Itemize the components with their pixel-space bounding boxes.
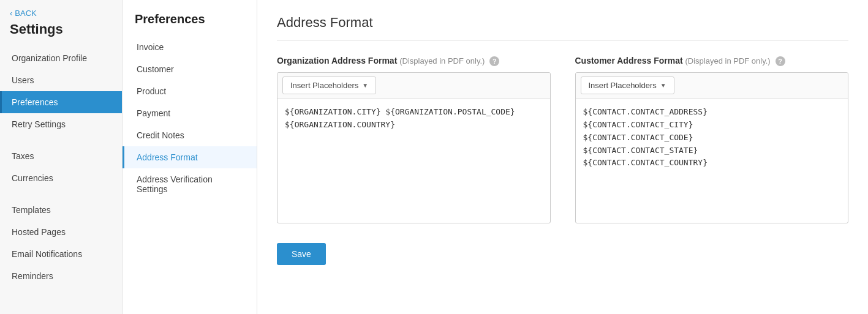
org-format-label: Organization Address Format (Displayed i… bbox=[277, 56, 551, 66]
org-format-help-icon[interactable]: ? bbox=[489, 56, 499, 66]
sidebar-item-hosted-pages[interactable]: Hosted Pages bbox=[0, 221, 122, 243]
org-dropdown-arrow-icon: ▼ bbox=[362, 82, 368, 89]
middle-nav-item-invoice[interactable]: Invoice bbox=[123, 36, 257, 58]
middle-nav-item-address-verification[interactable]: Address Verification Settings bbox=[123, 168, 257, 200]
address-formats-row: Organization Address Format (Displayed i… bbox=[277, 56, 848, 223]
org-format-textarea-wrapper: Insert Placeholders ▼ ${ORGANIZATION.CIT… bbox=[277, 72, 551, 223]
org-insert-placeholder-button[interactable]: Insert Placeholders ▼ bbox=[282, 77, 376, 94]
middle-nav-item-product[interactable]: Product bbox=[123, 80, 257, 102]
customer-insert-placeholder-btn-container: Insert Placeholders ▼ bbox=[576, 73, 848, 99]
customer-format-textarea-wrapper: Insert Placeholders ▼ ${CONTACT.CONTACT_… bbox=[575, 72, 849, 223]
sidebar-spacer-2 bbox=[0, 189, 122, 199]
customer-format-label: Customer Address Format (Displayed in PD… bbox=[575, 56, 849, 66]
sidebar-item-currencies[interactable]: Currencies bbox=[0, 167, 122, 189]
org-insert-placeholder-btn-container: Insert Placeholders ▼ bbox=[277, 73, 550, 99]
save-button[interactable]: Save bbox=[277, 243, 326, 265]
sidebar-spacer bbox=[0, 135, 122, 145]
org-format-label-sub: (Displayed in PDF only.) bbox=[399, 56, 485, 65]
sidebar-item-email-notifications[interactable]: Email Notifications bbox=[0, 243, 122, 265]
org-format-textarea[interactable]: ${ORGANIZATION.CITY} ${ORGANIZATION.POST… bbox=[277, 99, 550, 221]
sidebar-item-taxes[interactable]: Taxes bbox=[0, 145, 122, 167]
middle-nav-item-customer[interactable]: Customer bbox=[123, 58, 257, 80]
customer-format-help-icon[interactable]: ? bbox=[776, 56, 785, 66]
customer-address-format-block: Customer Address Format (Displayed in PD… bbox=[575, 56, 849, 223]
customer-dropdown-arrow-icon: ▼ bbox=[660, 82, 666, 89]
customer-format-textarea[interactable]: ${CONTACT.CONTACT_ADDRESS} ${CONTACT.CON… bbox=[576, 99, 848, 221]
middle-nav-item-payment[interactable]: Payment bbox=[123, 102, 257, 124]
back-arrow-icon: ‹ bbox=[10, 9, 12, 18]
middle-nav-title: Preferences bbox=[123, 10, 257, 36]
sidebar-item-reminders[interactable]: Reminders bbox=[0, 265, 122, 287]
middle-nav-item-credit-notes[interactable]: Credit Notes bbox=[123, 124, 257, 146]
middle-nav: Preferences Invoice Customer Product Pay… bbox=[123, 0, 257, 314]
sidebar-item-retry-settings[interactable]: Retry Settings bbox=[0, 113, 122, 135]
back-label: BACK bbox=[15, 9, 36, 18]
sidebar-title: Settings bbox=[0, 20, 122, 47]
main-content: Address Format Organization Address Form… bbox=[257, 0, 868, 314]
back-link[interactable]: ‹ BACK bbox=[0, 0, 122, 20]
middle-nav-item-address-format[interactable]: Address Format bbox=[123, 146, 257, 168]
sidebar-item-preferences[interactable]: Preferences bbox=[0, 91, 122, 113]
customer-format-label-sub: (Displayed in PDF only.) bbox=[685, 56, 770, 65]
sidebar-item-organization-profile[interactable]: Organization Profile bbox=[0, 47, 122, 69]
sidebar: ‹ BACK Settings Organization Profile Use… bbox=[0, 0, 123, 314]
sidebar-item-templates[interactable]: Templates bbox=[0, 199, 122, 221]
org-address-format-block: Organization Address Format (Displayed i… bbox=[277, 56, 551, 223]
page-title: Address Format bbox=[277, 15, 848, 41]
sidebar-item-users[interactable]: Users bbox=[0, 69, 122, 91]
customer-insert-placeholder-button[interactable]: Insert Placeholders ▼ bbox=[581, 77, 674, 94]
